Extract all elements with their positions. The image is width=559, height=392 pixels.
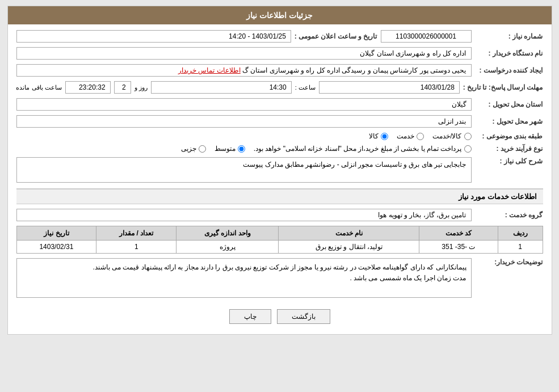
services-table: ردیف کد خدمت نام خدمت واحد اندازه گیری ت… bbox=[16, 226, 543, 254]
city-row: شهر محل تحویل : بندر انزلی bbox=[16, 115, 543, 128]
process-radio-motavassit[interactable] bbox=[238, 145, 245, 153]
province-row: استان محل تحویل : گیلان bbox=[16, 98, 543, 111]
response-time-label: ساعت : bbox=[295, 84, 316, 91]
response-days-value: 2 bbox=[114, 81, 131, 94]
table-header-row: ردیف کد خدمت نام خدمت واحد اندازه گیری ت… bbox=[16, 226, 543, 241]
province-label: استان محل تحویل : bbox=[475, 100, 543, 108]
response-date-value: 1403/01/28 bbox=[319, 81, 460, 94]
city-value: بندر انزلی bbox=[16, 115, 472, 128]
need-number-value: 1103000026000001 bbox=[381, 30, 472, 43]
process-option-jozvi: جزیی bbox=[181, 145, 206, 153]
announce-datetime-label: تاریخ و ساعت اعلان عمومی : bbox=[295, 32, 377, 40]
table-row: 1 ت -35- 351 تولید، انتقال و توزیع برق پ… bbox=[16, 241, 543, 254]
buyer-notes-row: توضیحات خریدار: پیمانکارانی که دارای گوا… bbox=[16, 258, 543, 298]
category-radio-group: کالا/خدمت خدمت کالا bbox=[369, 132, 471, 140]
category-option-kala: کالا bbox=[369, 132, 388, 140]
col-row-num: ردیف bbox=[498, 226, 543, 241]
need-number-row: شماره نیاز : 1103000026000001 تاریخ و سا… bbox=[16, 30, 543, 43]
col-service-name: نام خدمت bbox=[279, 226, 419, 241]
category-option-kala-khedmat: کالا/خدمت bbox=[432, 132, 471, 140]
creator-link[interactable]: اطلاعات تماس خریدار bbox=[178, 66, 241, 74]
category-radio-kala-khedmat[interactable] bbox=[464, 133, 472, 140]
category-radio-khedmat[interactable] bbox=[417, 133, 424, 140]
buyer-notes-label: توضیحات خریدار: bbox=[475, 258, 543, 266]
col-service-code: کد خدمت bbox=[419, 226, 498, 241]
creator-row: ایجاد کننده درخواست : یحیی دوستی پور کار… bbox=[16, 64, 543, 77]
print-button[interactable]: چاپ bbox=[229, 309, 271, 324]
services-table-section: ردیف کد خدمت نام خدمت واحد اندازه گیری ت… bbox=[16, 226, 543, 254]
page-container: جزئیات اطلاعات نیاز شماره نیاز : 1103000… bbox=[7, 6, 552, 335]
buyer-notes-value: پیمانکارانی که دارای گواهینامه صلاحیت در… bbox=[16, 258, 472, 298]
category-option-khedmat: خدمت bbox=[397, 132, 424, 140]
creator-label: ایجاد کننده درخواست : bbox=[475, 66, 543, 74]
process-radio-jozvi[interactable] bbox=[199, 145, 206, 153]
cell-row-num: 1 bbox=[498, 241, 543, 254]
creator-value: یحیی دوستی پور کارشناس پیمان و رسیدگی اد… bbox=[16, 64, 472, 77]
process-label-other: پرداخت تمام یا بخشی از مبلغ خرید،از محل … bbox=[254, 145, 462, 153]
page-title: جزئیات اطلاعات نیاز bbox=[246, 11, 313, 20]
main-content: شماره نیاز : 1103000026000001 تاریخ و سا… bbox=[8, 24, 552, 334]
col-unit: واحد اندازه گیری bbox=[176, 226, 279, 241]
service-group-value: تامین برق، گاز، بخار و تهویه هوا bbox=[16, 209, 472, 221]
category-label: طبقه بندی موضوعی : bbox=[475, 132, 543, 140]
announce-datetime-value: 1403/01/25 - 14:20 bbox=[16, 30, 291, 43]
category-label-kala-khedmat: کالا/خدمت bbox=[432, 132, 461, 140]
need-number-label: شماره نیاز : bbox=[475, 32, 543, 40]
category-radio-kala[interactable] bbox=[381, 133, 388, 140]
footer-buttons: بازگشت چاپ bbox=[16, 302, 543, 328]
page-header: جزئیات اطلاعات نیاز bbox=[8, 6, 552, 24]
response-deadline-row: مهلت ارسال پاسخ: تا تاریخ : 1403/01/28 س… bbox=[16, 81, 543, 94]
cell-quantity: 1 bbox=[96, 241, 176, 254]
response-remaining-label: ساعت باقی مانده bbox=[16, 84, 61, 91]
description-label: شرح کلی نیاز : bbox=[475, 157, 543, 165]
services-section-title: اطلاعات خدمات مورد نیاز bbox=[16, 188, 543, 204]
city-label: شهر محل تحویل : bbox=[475, 117, 543, 125]
service-group-row: گروه خدمت : تامین برق، گاز، بخار و تهویه… bbox=[16, 209, 543, 221]
cell-service-name: تولید، انتقال و توزیع برق bbox=[279, 241, 419, 254]
buyer-org-value: اداره کل راه و شهرسازی استان گیلان bbox=[16, 47, 472, 60]
service-group-label: گروه خدمت : bbox=[475, 211, 543, 219]
process-option-other: پرداخت تمام یا بخشی از مبلغ خرید،از محل … bbox=[254, 145, 472, 153]
process-label-motavassit: متوسط bbox=[215, 145, 236, 153]
buyer-org-label: نام دستگاه خریدار : bbox=[475, 49, 543, 57]
buyer-org-row: نام دستگاه خریدار : اداره کل راه و شهرسا… bbox=[16, 47, 543, 60]
category-label-kala: کالا bbox=[369, 132, 379, 140]
response-days-label: روز و bbox=[135, 84, 148, 91]
cell-unit: پروژه bbox=[176, 241, 279, 254]
category-row: طبقه بندی موضوعی : کالا/خدمت خدمت کالا bbox=[16, 132, 543, 140]
col-quantity: تعداد / مقدار bbox=[96, 226, 176, 241]
cell-date: 1403/02/31 bbox=[16, 241, 96, 254]
process-radio-other[interactable] bbox=[464, 145, 472, 153]
process-row: نوع فرآیند خرید : پرداخت تمام یا بخشی از… bbox=[16, 145, 543, 153]
response-remaining-value: 23:20:32 bbox=[65, 81, 111, 94]
category-label-khedmat: خدمت bbox=[397, 132, 414, 140]
col-date: تاریخ نیاز bbox=[16, 226, 96, 241]
response-deadline-label: مهلت ارسال پاسخ: تا تاریخ : bbox=[463, 83, 543, 91]
process-radio-group: پرداخت تمام یا بخشی از مبلغ خرید،از محل … bbox=[181, 145, 472, 153]
description-row: شرح کلی نیاز : جابجایی تیر های برق و تاس… bbox=[16, 157, 543, 183]
back-button[interactable]: بازگشت bbox=[277, 309, 330, 324]
description-value: جابجایی تیر های برق و تاسیسات مجور انزلی… bbox=[16, 157, 472, 183]
province-value: گیلان bbox=[16, 98, 472, 111]
process-label: نوع فرآیند خرید : bbox=[475, 145, 543, 153]
cell-service-code: ت -35- 351 bbox=[419, 241, 498, 254]
process-label-jozvi: جزیی bbox=[181, 145, 196, 153]
process-option-motavassit: متوسط bbox=[215, 145, 245, 153]
response-time-value: 14:30 bbox=[151, 81, 292, 94]
